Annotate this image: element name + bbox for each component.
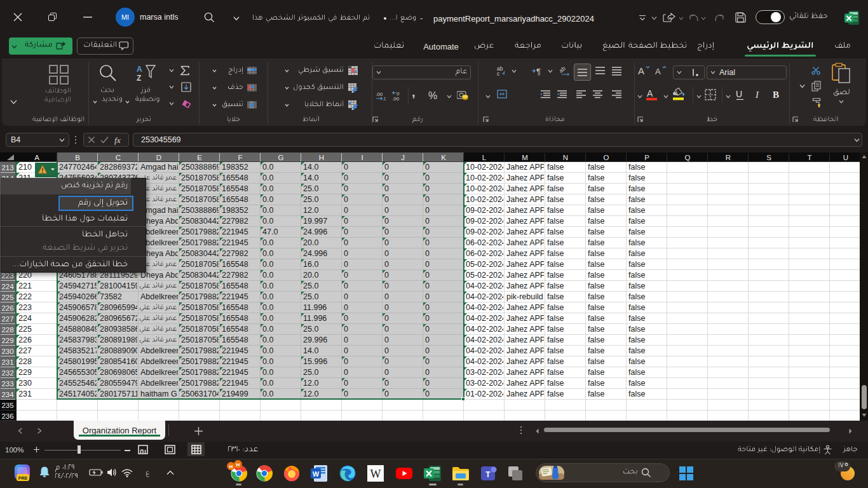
svg-text:ab: ab <box>560 65 567 74</box>
svg-text:Z: Z <box>137 74 141 83</box>
svg-text:H: H <box>229 464 233 470</box>
svg-text:W: W <box>313 470 320 478</box>
svg-text:fx: fx <box>114 135 121 145</box>
svg-text:H: H <box>236 462 240 468</box>
svg-text:%: % <box>428 90 437 101</box>
svg-text:.00: .00 <box>376 92 383 97</box>
svg-text:I: I <box>755 90 759 100</box>
svg-text:U: U <box>736 89 742 99</box>
svg-text:A: A <box>137 65 142 74</box>
svg-text:W: W <box>370 468 381 480</box>
svg-text:A: A <box>647 88 653 98</box>
svg-text:.00: .00 <box>392 96 400 101</box>
svg-text:.0: .0 <box>383 96 386 101</box>
svg-text:B: B <box>773 90 779 100</box>
svg-text:,: , <box>412 88 416 99</box>
svg-text:A: A <box>655 67 661 76</box>
svg-text:T: T <box>485 470 491 479</box>
svg-text:¶: ¶ <box>536 67 541 76</box>
svg-text:A: A <box>638 65 644 76</box>
